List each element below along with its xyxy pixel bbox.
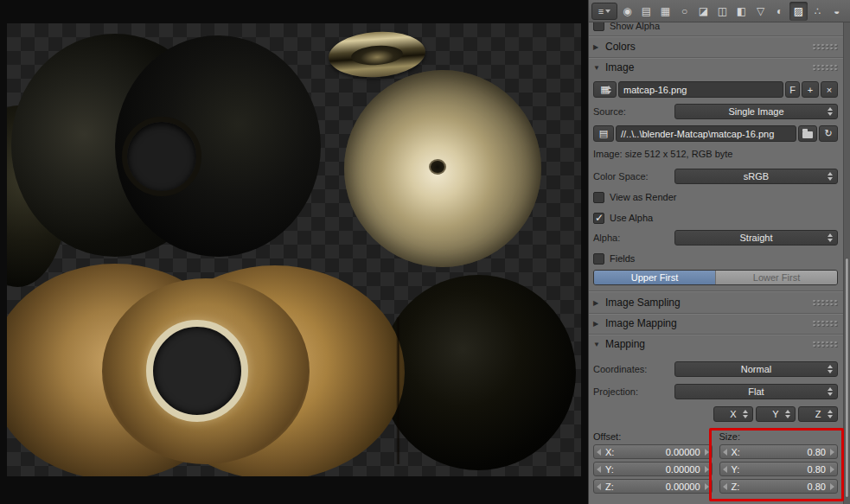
panel-header-image-sampling[interactable]: Image Sampling <box>593 294 838 311</box>
tab-texture[interactable]: ▨ <box>789 2 808 21</box>
projection-dropdown[interactable]: Flat <box>674 384 838 399</box>
offset-y-label: Y: <box>605 464 614 475</box>
source-row: Source: Single Image <box>593 104 838 119</box>
updown-arrows-icon <box>606 86 612 94</box>
panel-separator <box>589 35 843 36</box>
offset-z-field[interactable]: Z: 0.00000 <box>593 479 713 494</box>
matcap-bronze-crease <box>396 317 400 464</box>
offset-label: Offset: <box>593 431 713 442</box>
upper-first-toggle[interactable]: Upper First <box>594 271 715 284</box>
tab-modifiers[interactable]: ◧ <box>732 2 751 21</box>
image-editor-viewport[interactable] <box>0 0 588 504</box>
use-alpha-checkbox[interactable] <box>593 213 604 224</box>
alpha-label: Alpha: <box>593 233 673 243</box>
alpha-dropdown[interactable]: Straight <box>674 230 838 246</box>
editor-type-selector[interactable]: ≡ <box>591 3 617 20</box>
axis-x-dropdown[interactable]: X <box>713 406 753 422</box>
panel-header-image[interactable]: Image <box>593 59 838 76</box>
panel-title: Mapping <box>605 338 645 350</box>
image-source-button[interactable]: ▤ <box>593 125 614 142</box>
scene-icon: ▦ <box>661 5 670 17</box>
offset-y-value: 0.00000 <box>666 464 700 475</box>
projection-row: Projection: Flat <box>593 384 838 399</box>
size-y-label: Y: <box>732 464 740 475</box>
panel-drag-grip[interactable] <box>812 320 838 327</box>
colorspace-dropdown[interactable]: sRGB <box>674 169 838 184</box>
tab-world[interactable]: ○ <box>675 2 693 21</box>
constraints-icon: ◫ <box>718 5 727 17</box>
properties-editor: ≡ ◉ ▤ ▦ ○ ◪ ◫ ◧ ▽ ◐ ▨ ∴ ◒ Show Alpha <box>588 0 850 504</box>
view-as-render-checkbox[interactable] <box>593 192 604 203</box>
coordinates-dropdown[interactable]: Normal <box>674 361 838 377</box>
material-icon: ◐ <box>777 5 783 17</box>
show-alpha-checkbox[interactable] <box>593 22 604 31</box>
browse-image-button[interactable]: ▦ <box>593 81 617 98</box>
panel-header-mapping[interactable]: Mapping <box>593 335 838 353</box>
panel-header-colors[interactable]: Colors <box>593 38 838 55</box>
alpha-row: Alpha: Straight <box>593 230 838 246</box>
image-icon: ▤ <box>599 128 608 139</box>
use-alpha-row: Use Alpha <box>593 211 838 225</box>
properties-editor-icon: ≡ <box>598 6 604 16</box>
offset-x-value: 0.00000 <box>666 447 700 457</box>
panel-drag-grip[interactable] <box>812 341 838 348</box>
source-label: Source: <box>593 106 673 117</box>
image-name-field[interactable]: matcap-16.png <box>618 81 783 98</box>
browse-file-button[interactable] <box>798 125 817 142</box>
updown-arrows-icon <box>828 107 834 116</box>
offset-y-field[interactable]: Y: 0.00000 <box>593 462 713 476</box>
panel-drag-grip[interactable] <box>812 43 838 50</box>
panel-drag-grip[interactable] <box>812 64 838 71</box>
view-as-render-label: View as Render <box>610 192 676 202</box>
object-icon: ◪ <box>699 5 708 17</box>
matcap-dark-blob-hole <box>122 117 201 196</box>
particles-icon: ∴ <box>815 5 821 17</box>
reload-image-button[interactable]: ↻ <box>819 125 838 142</box>
alpha-value: Straight <box>740 233 773 243</box>
size-z-field[interactable]: Z: 0.80 <box>719 479 839 494</box>
tab-constraints[interactable]: ◫ <box>713 2 732 21</box>
image-info-row: Image: size 512 x 512, RGB byte <box>593 147 838 161</box>
size-x-field[interactable]: X: 0.80 <box>719 444 839 459</box>
tab-render[interactable]: ◉ <box>618 2 636 21</box>
filepath-field[interactable]: //..\..\blender-Matcap\matcap-16.png <box>616 125 796 142</box>
updown-arrows-icon <box>828 172 834 181</box>
expand-arrow-icon <box>593 64 604 72</box>
fields-checkbox[interactable] <box>593 253 604 265</box>
matcap-gold-sphere-hole <box>429 159 446 175</box>
size-x-label: X: <box>732 447 740 457</box>
fields-label: Fields <box>610 253 635 264</box>
source-dropdown[interactable]: Single Image <box>674 104 838 119</box>
panel-scrollbar[interactable] <box>843 22 850 504</box>
panel-drag-grip[interactable] <box>812 299 838 306</box>
panel-header-image-mapping[interactable]: Image Mapping <box>593 315 838 332</box>
tab-particles[interactable]: ∴ <box>808 2 827 21</box>
scrollbar-thumb[interactable] <box>845 258 849 498</box>
collapse-arrow-icon <box>593 299 604 307</box>
image-info: Image: size 512 x 512, RGB byte <box>593 149 732 159</box>
lower-first-toggle[interactable]: Lower First <box>715 271 837 284</box>
tab-physics[interactable]: ◒ <box>828 2 846 21</box>
tab-object[interactable]: ◪ <box>694 2 713 21</box>
copy-image-button[interactable]: + <box>802 81 819 98</box>
render-icon: ◉ <box>623 5 631 17</box>
fake-user-button[interactable]: F <box>785 81 800 98</box>
size-y-field[interactable]: Y: 0.80 <box>719 462 839 476</box>
xyz-fields-row: Z: 0.00000 Z: 0.80 <box>593 479 838 494</box>
panel-title: Image <box>605 61 634 73</box>
unlink-image-button[interactable]: × <box>821 81 838 98</box>
offset-x-field[interactable]: X: 0.00000 <box>593 444 713 459</box>
panel-separator <box>589 334 843 335</box>
panel-title: Colors <box>605 41 636 53</box>
tab-scene[interactable]: ▦ <box>656 2 674 21</box>
xyz-fields-row: Y: 0.00000 Y: 0.80 <box>593 462 838 476</box>
size-z-label: Z: <box>732 482 740 492</box>
tab-object-data[interactable]: ▽ <box>751 2 770 21</box>
object-data-icon: ▽ <box>757 5 764 17</box>
tab-render-layers[interactable]: ▤ <box>637 2 655 21</box>
axis-y-dropdown[interactable]: Y <box>756 406 796 422</box>
axis-z-dropdown[interactable]: Z <box>798 406 838 422</box>
refresh-icon: ↻ <box>824 128 832 139</box>
tab-material[interactable]: ◐ <box>770 2 789 21</box>
size-z-value: 0.80 <box>808 482 826 492</box>
